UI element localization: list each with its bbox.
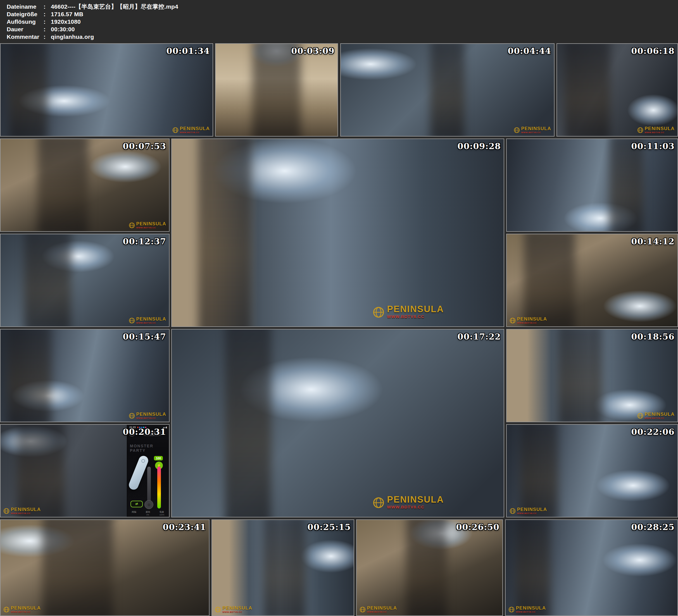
watermark: PENINSULAWWW.BDTV8.CC xyxy=(129,412,166,419)
timestamp-label: 00:01:34 xyxy=(166,46,210,56)
thumbnail-frame: 00:12:37 PENINSULAWWW.BDTV8.CC xyxy=(0,234,170,327)
timestamp-label: 00:12:37 xyxy=(123,236,166,246)
thumbnail-frame: 00:23:41 PENINSULAWWW.BDTV8.CC xyxy=(0,519,210,616)
watermark: PENINSULAWWW.BDTV8.CC xyxy=(510,507,547,515)
globe-icon xyxy=(637,413,643,419)
thumbnail-frame: 00:28:25 PENINSULAWWW.BDTV8.CC xyxy=(505,519,678,616)
thumbnail-frame: 00:15:47 PENINSULAWWW.BDTV8.CC xyxy=(0,329,170,422)
meta-label: Kommentar xyxy=(7,33,44,40)
globe-icon xyxy=(3,508,9,514)
watermark: PENINSULAWWW.BDTV8.CC xyxy=(373,495,444,510)
watermark: PENINSULAWWW.BDTV8.CC xyxy=(637,126,675,134)
interval-button: ⇄ xyxy=(130,501,143,507)
globe-icon xyxy=(510,508,516,514)
meta-label: Dateiname xyxy=(7,3,44,10)
watermark: PENINSULAWWW.BDTV8.CC xyxy=(3,507,41,515)
globe-icon xyxy=(373,497,384,508)
globe-icon xyxy=(215,607,221,613)
thumbnail-frame: 00:18:56 PENINSULAWWW.BDTV8.CC xyxy=(506,329,678,422)
meta-value-filesize: 1716.57 MB xyxy=(51,11,83,17)
metadata-header: Dateiname:46602----【半岛束艺台】【昭月】尽在掌控.mp4 D… xyxy=(0,0,678,42)
timestamp-label: 00:18:56 xyxy=(631,332,675,342)
thumbnail-frame: 00:06:18 PENINSULAWWW.BDTV8.CC xyxy=(557,43,678,137)
label-battery: 电量100% xyxy=(159,510,164,516)
thumbnail-frame: 00:25:15 PENINSULAWWW.BDTV8.CC xyxy=(212,519,354,616)
thumbnail-frame: 00:22:06 PENINSULAWWW.BDTV8.CC xyxy=(506,424,678,517)
vibration-button: ◍ xyxy=(144,500,153,509)
thumbnail-frame: 00:07:53 PENINSULAWWW.BDTV8.CC xyxy=(0,139,170,232)
timestamp-label: 00:14:12 xyxy=(631,236,675,246)
timestamp-label: 00:20:31 xyxy=(123,427,166,437)
globe-icon xyxy=(637,127,643,133)
thumbnail-frame: 00:01:34 PENINSULAWWW.BDTV8.CC xyxy=(0,43,213,137)
watermark: PENINSULAWWW.BDTV8.CC xyxy=(129,222,166,229)
meta-label: Auflösung xyxy=(7,18,44,26)
device-image xyxy=(127,454,149,491)
meta-value-filename: 46602----【半岛束艺台】【昭月】尽在掌控.mp4 xyxy=(51,3,178,10)
intensity-slider xyxy=(157,467,161,508)
phone-app-overlay: 21:23 ▴▴▮ × ☛ ⇅ ∷ MONSTER PARTY 100 xyxy=(127,425,169,517)
contact-sheet: Dateiname:46602----【半岛束艺台】【昭月】尽在掌控.mp4 D… xyxy=(0,0,678,616)
globe-icon xyxy=(129,413,135,419)
watermark: PENINSULAWWW.BDTV8.CC xyxy=(509,606,546,613)
app-title: MONSTER PARTY xyxy=(130,444,169,453)
globe-icon xyxy=(360,607,366,613)
timestamp-label: 00:28:25 xyxy=(631,522,675,532)
meta-row-resolution: Auflösung:1920x1080 xyxy=(7,18,678,26)
watermark: PENINSULAWWW.BDTV8.CC xyxy=(514,126,551,134)
meta-row-filename: Dateiname:46602----【半岛束艺台】【昭月】尽在掌控.mp4 xyxy=(7,3,678,10)
timestamp-label: 00:11:03 xyxy=(631,141,675,151)
thumbnail-frame-large: 00:09:28 PENINSULAWWW.BDTV8.CC xyxy=(171,139,504,327)
timestamp-label: 00:17:22 xyxy=(458,332,501,342)
watermark: PENINSULAWWW.BDTV8.CC xyxy=(373,305,444,319)
timestamp-label: 00:07:53 xyxy=(123,141,166,151)
globe-icon xyxy=(3,607,9,613)
watermark: PENINSULAWWW.BDTV8.CC xyxy=(129,317,166,324)
watermark: PENINSULAWWW.BDTV8.CC xyxy=(215,606,252,613)
globe-icon xyxy=(373,306,384,318)
label-vibration: 震动0% xyxy=(146,510,150,516)
meta-value-comment: qinglanhua.org xyxy=(51,34,94,40)
globe-icon xyxy=(509,607,515,613)
thumbnail-frame: 00:14:12 PENINSULAWWW.BDTV8.CC xyxy=(506,234,678,327)
globe-icon xyxy=(510,317,516,324)
timestamp-label: 00:25:15 xyxy=(308,522,351,532)
globe-icon xyxy=(129,317,135,324)
watermark: PENINSULAWWW.BDTV8.CC xyxy=(3,606,41,613)
watermark: PENINSULAWWW.BDTV8.CC xyxy=(510,317,547,324)
meta-label: Dateigröße xyxy=(7,10,44,18)
meta-label: Dauer xyxy=(7,26,44,33)
thumbnail-frame: 00:04:44 PENINSULAWWW.BDTV8.CC xyxy=(340,43,555,137)
thumbnail-frame-large: 00:17:22 PENINSULAWWW.BDTV8.CC xyxy=(171,329,504,517)
thumbnail-frame: 00:11:03 xyxy=(506,139,678,232)
label-interval: 间隔 xyxy=(132,510,136,516)
timestamp-label: 00:26:50 xyxy=(456,522,499,532)
timestamp-label: 00:04:44 xyxy=(508,46,551,56)
globe-icon xyxy=(514,127,520,133)
meta-row-comment: Kommentar:qinglanhua.org xyxy=(7,33,678,40)
timestamp-label: 00:22:06 xyxy=(631,427,675,437)
meta-row-duration: Dauer:00:30:00 xyxy=(7,26,678,33)
timestamp-label: 00:03:09 xyxy=(291,46,335,56)
slider-value-badge: 100 xyxy=(154,456,163,460)
thumbnail-frame: 00:20:31 21:23 ▴▴▮ × ☛ ⇅ ∷ MONSTER PAR xyxy=(0,424,170,517)
meta-value-resolution: 1920x1080 xyxy=(51,18,81,25)
timestamp-label: 00:09:28 xyxy=(458,141,501,151)
watermark: PENINSULAWWW.BDTV8.CC xyxy=(637,412,675,419)
timestamp-label: 00:15:47 xyxy=(123,332,166,342)
thumbnail-frame: 00:26:50 PENINSULAWWW.BDTV8.CC xyxy=(356,519,503,616)
timestamp-label: 00:23:41 xyxy=(163,522,206,532)
watermark: PENINSULAWWW.BDTV8.CC xyxy=(173,126,210,134)
meta-row-filesize: Dateigröße:1716.57 MB xyxy=(7,10,678,18)
globe-icon xyxy=(129,222,135,228)
timestamp-label: 00:06:18 xyxy=(631,46,675,56)
meta-value-duration: 00:30:00 xyxy=(51,26,75,32)
watermark: PENINSULAWWW.BDTV8.CC xyxy=(360,606,397,613)
globe-icon xyxy=(173,127,179,133)
thumbnail-frame: 00:03:09 xyxy=(215,43,338,137)
